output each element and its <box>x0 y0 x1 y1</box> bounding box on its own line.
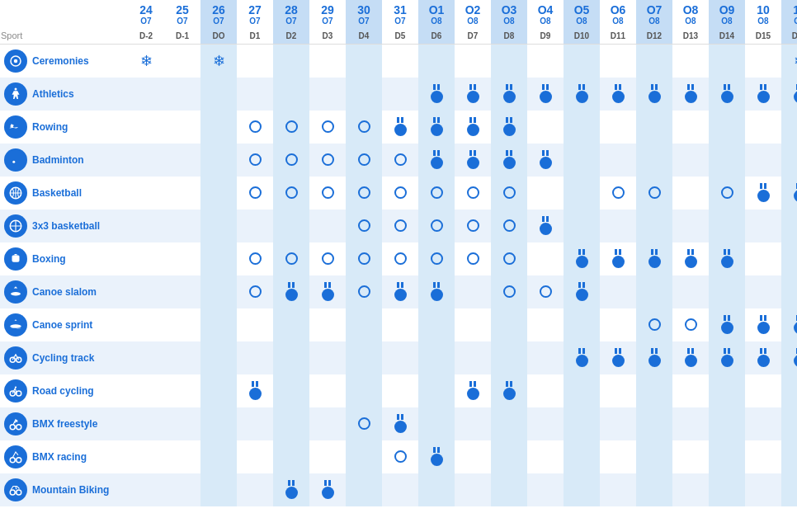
data-cell-0-1 <box>164 45 200 78</box>
medal-icon <box>503 381 516 400</box>
data-cell-2-4 <box>273 111 309 144</box>
data-cell-3-7 <box>382 144 418 177</box>
data-cell-3-9 <box>455 144 491 177</box>
svg-point-18 <box>10 490 15 495</box>
data-cell-1-17 <box>745 78 781 111</box>
sport-icon-basketball3x3 <box>4 214 27 238</box>
header-day-15: O8 <box>672 0 709 16</box>
sport-col-header <box>0 0 128 16</box>
data-cell-6-4 <box>273 242 309 275</box>
data-cell-13-1 <box>164 473 200 506</box>
data-cell-0-18: ❄ <box>781 45 797 78</box>
header-day-1: 25 <box>164 0 200 16</box>
sport-cell: Road cycling <box>0 374 128 407</box>
data-cell-4-15 <box>672 177 709 210</box>
data-cell-2-1 <box>164 111 200 144</box>
svg-point-15 <box>17 424 21 429</box>
data-cell-11-14 <box>636 407 672 440</box>
medal-icon <box>394 117 407 136</box>
data-cell-9-9 <box>455 341 491 374</box>
data-cell-12-12 <box>564 440 600 473</box>
data-cell-0-5 <box>309 45 346 78</box>
data-cell-4-16 <box>709 177 745 210</box>
data-cell-13-6 <box>346 473 382 506</box>
data-cell-8-2 <box>200 308 237 341</box>
data-cell-1-2 <box>200 78 237 111</box>
data-cell-5-18 <box>781 210 797 242</box>
data-cell-12-14 <box>636 440 672 473</box>
data-cell-0-10 <box>491 45 527 78</box>
data-cell-2-10 <box>491 111 527 144</box>
sport-icon-badminton <box>4 148 27 172</box>
data-cell-12-3 <box>237 440 273 473</box>
medal-icon <box>576 348 588 367</box>
event-circle <box>358 153 370 166</box>
data-cell-7-9 <box>455 275 491 308</box>
sport-icon-cyclingtrack <box>4 346 27 370</box>
data-cell-1-15 <box>672 78 709 111</box>
sport-icon-bmxracing <box>4 445 27 468</box>
medal-icon <box>322 282 334 301</box>
data-cell-4-0 <box>128 177 164 210</box>
data-cell-3-11 <box>527 144 564 177</box>
data-cell-11-3 <box>237 407 273 440</box>
snowflake-icon: ❄ <box>794 52 798 70</box>
header-row-days: 2425262728293031O1O2O3O4O5O6O7O8O91011 <box>0 0 797 16</box>
data-cell-8-15 <box>672 308 709 341</box>
data-cell-2-9 <box>455 111 491 144</box>
data-cell-3-5 <box>309 144 346 177</box>
svg-point-14 <box>10 424 15 429</box>
data-cell-4-17 <box>745 177 781 210</box>
data-cell-4-8 <box>418 177 455 210</box>
header-month-17: O8 <box>745 16 781 29</box>
data-cell-10-17 <box>745 374 781 407</box>
header-code-17: D15 <box>745 29 781 45</box>
data-cell-1-13 <box>600 78 636 111</box>
data-cell-6-5 <box>309 242 346 275</box>
data-cell-6-12 <box>564 242 600 275</box>
event-circle <box>648 186 661 199</box>
header-code-15: D13 <box>672 29 709 45</box>
event-circle <box>358 285 370 298</box>
data-cell-10-11 <box>527 374 564 407</box>
data-cell-5-15 <box>672 210 709 242</box>
data-cell-4-14 <box>636 177 672 210</box>
medal-icon <box>322 480 334 499</box>
data-cell-3-0 <box>128 144 164 177</box>
medal-icon <box>467 381 479 400</box>
header-code-8: D6 <box>418 29 455 45</box>
data-cell-1-6 <box>346 78 382 111</box>
data-cell-13-15 <box>672 473 709 506</box>
header-day-6: 30 <box>346 0 382 16</box>
event-circle <box>285 186 298 199</box>
data-cell-6-7 <box>382 242 418 275</box>
medal-icon <box>431 447 443 466</box>
data-cell-3-1 <box>164 144 200 177</box>
header-day-4: 28 <box>273 0 309 16</box>
data-cell-1-16 <box>709 78 745 111</box>
data-cell-4-7 <box>382 177 418 210</box>
data-cell-8-5 <box>309 308 346 341</box>
data-cell-11-7 <box>382 407 418 440</box>
event-circle <box>285 120 298 133</box>
data-cell-8-0 <box>128 308 164 341</box>
data-cell-10-18 <box>781 374 797 407</box>
data-cell-3-13 <box>600 144 636 177</box>
medal-icon <box>721 84 733 103</box>
data-cell-7-6 <box>346 275 382 308</box>
data-cell-0-12 <box>564 45 600 78</box>
sport-icon-rowing <box>4 115 27 139</box>
data-cell-10-10 <box>491 374 527 407</box>
data-cell-0-14 <box>636 45 672 78</box>
data-cell-9-4 <box>273 341 309 374</box>
medal-icon <box>721 249 733 268</box>
header-code-1: D-1 <box>164 29 200 45</box>
data-cell-12-0 <box>128 440 164 473</box>
header-day-18: 11 <box>781 0 797 16</box>
data-cell-8-16 <box>709 308 745 341</box>
sport-cell: Mountain Biking <box>0 473 128 506</box>
data-cell-0-2: ❄ <box>200 45 237 78</box>
svg-point-13 <box>15 386 17 388</box>
data-cell-8-10 <box>491 308 527 341</box>
data-cell-11-9 <box>455 407 491 440</box>
